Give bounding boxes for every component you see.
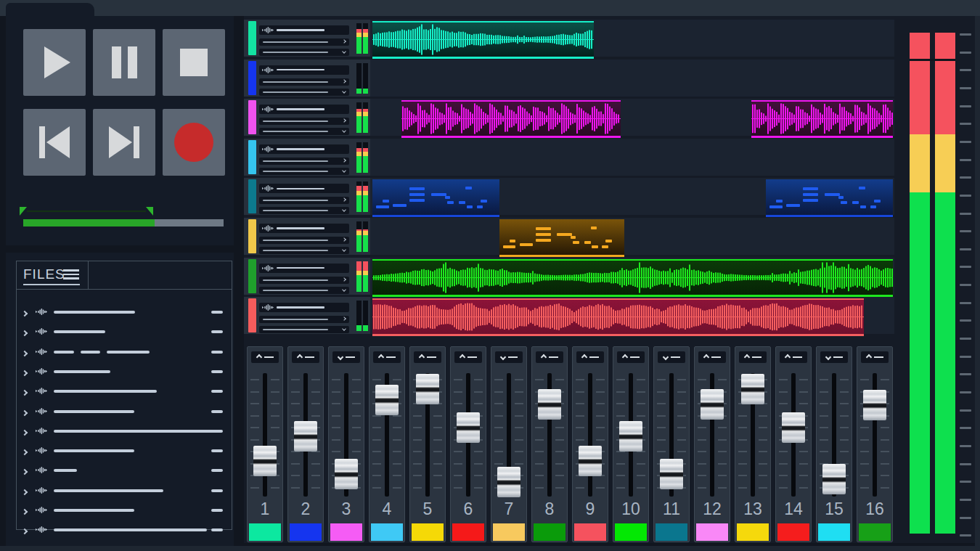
track-output-selector[interactable] [259,38,349,46]
fader-knob[interactable] [416,374,439,404]
track-input-selector[interactable] [259,207,349,214]
channel-color-swatch[interactable] [290,523,322,541]
channel-color-swatch[interactable] [371,523,403,541]
fader-knob[interactable] [294,421,317,452]
track-input-selector[interactable] [259,128,349,135]
track-output-selector[interactable] [259,277,349,284]
channel-collapse-toggle[interactable] [251,351,279,363]
track-lane[interactable] [370,139,894,176]
fader-track[interactable] [588,373,592,497]
audio-clip[interactable] [372,259,893,297]
channel-color-swatch[interactable] [330,523,362,541]
fader-knob[interactable] [253,446,277,476]
channel-collapse-toggle[interactable] [292,351,319,363]
track-input-selector[interactable] [259,247,349,254]
play-button[interactable] [23,29,86,96]
track-lane[interactable] [370,297,894,334]
pause-button[interactable] [93,29,155,96]
previous-button[interactable] [23,109,86,176]
channel-color-swatch[interactable] [452,523,484,541]
audio-clip[interactable] [401,100,621,138]
channel-collapse-toggle[interactable] [780,351,807,363]
audio-clip[interactable] [751,100,893,138]
fader-knob[interactable] [457,412,480,443]
midi-clip[interactable] [766,179,893,217]
track-output-selector[interactable] [259,316,349,323]
file-item[interactable] [20,500,229,520]
fader-knob[interactable] [863,390,886,420]
loop-end-marker[interactable] [146,207,153,216]
channel-color-swatch[interactable] [696,523,728,541]
channel-collapse-toggle[interactable] [332,351,360,363]
file-item[interactable] [20,481,229,500]
file-item[interactable] [20,302,229,322]
channel-color-swatch[interactable] [534,523,565,541]
track-output-selector[interactable] [259,118,349,125]
fader-knob[interactable] [701,389,724,420]
track-lane[interactable] [370,60,894,97]
fader-knob[interactable] [497,467,520,497]
file-item[interactable] [20,362,229,381]
channel-collapse-toggle[interactable] [617,351,645,363]
channel-color-swatch[interactable] [574,523,606,541]
channel-color-swatch[interactable] [493,523,525,541]
track-name-field[interactable] [259,184,349,193]
file-item[interactable] [20,401,229,421]
fader-knob[interactable] [335,459,358,489]
channel-collapse-toggle[interactable] [454,351,482,363]
track-lane[interactable] [370,258,894,295]
file-item[interactable] [20,342,229,362]
channel-color-swatch[interactable] [859,523,891,541]
track-output-selector[interactable] [259,158,349,165]
channel-color-swatch[interactable] [777,523,809,541]
channel-color-swatch[interactable] [412,523,444,541]
channel-color-swatch[interactable] [737,523,769,541]
fader-knob[interactable] [579,446,602,476]
loop-start-marker[interactable] [20,207,27,216]
audio-clip[interactable] [372,298,864,336]
track-name-field[interactable] [259,264,349,273]
channel-color-swatch[interactable] [249,523,281,541]
fader-knob[interactable] [660,459,683,489]
track-name-field[interactable] [259,25,349,35]
channel-collapse-toggle[interactable] [495,351,523,363]
files-menu-icon[interactable] [63,269,79,279]
fader-track[interactable] [263,373,267,497]
channel-collapse-toggle[interactable] [820,351,848,363]
channel-color-swatch[interactable] [656,523,687,541]
track-output-selector[interactable] [259,197,349,204]
track-lane[interactable] [370,178,894,215]
track-input-selector[interactable] [259,287,349,294]
fader-knob[interactable] [822,464,846,494]
file-item[interactable] [20,460,229,480]
file-item[interactable] [20,520,229,539]
track-name-field[interactable] [259,105,349,114]
progress-bar[interactable] [23,219,224,226]
track-lane[interactable] [370,99,894,136]
track-name-field[interactable] [259,224,349,233]
file-item[interactable] [20,322,229,341]
channel-collapse-toggle[interactable] [861,351,889,363]
midi-clip[interactable] [372,179,499,217]
fader-knob[interactable] [538,389,561,420]
channel-collapse-toggle[interactable] [414,351,441,363]
file-item[interactable] [20,421,229,441]
track-input-selector[interactable] [259,49,349,56]
transport-tab[interactable] [6,3,94,16]
next-button[interactable] [93,109,155,176]
track-input-selector[interactable] [259,326,349,333]
stop-button[interactable] [163,29,225,96]
track-output-selector[interactable] [259,78,349,86]
fader-knob[interactable] [375,385,399,415]
file-item[interactable] [20,441,229,460]
channel-collapse-toggle[interactable] [698,351,726,363]
record-button[interactable] [163,109,225,176]
track-name-field[interactable] [259,303,349,312]
channel-collapse-toggle[interactable] [739,351,767,363]
fader-knob[interactable] [782,412,805,443]
channel-collapse-toggle[interactable] [373,351,401,363]
channel-collapse-toggle[interactable] [576,351,604,363]
track-name-field[interactable] [259,144,349,154]
audio-clip[interactable] [372,21,594,59]
midi-clip[interactable] [499,219,624,257]
